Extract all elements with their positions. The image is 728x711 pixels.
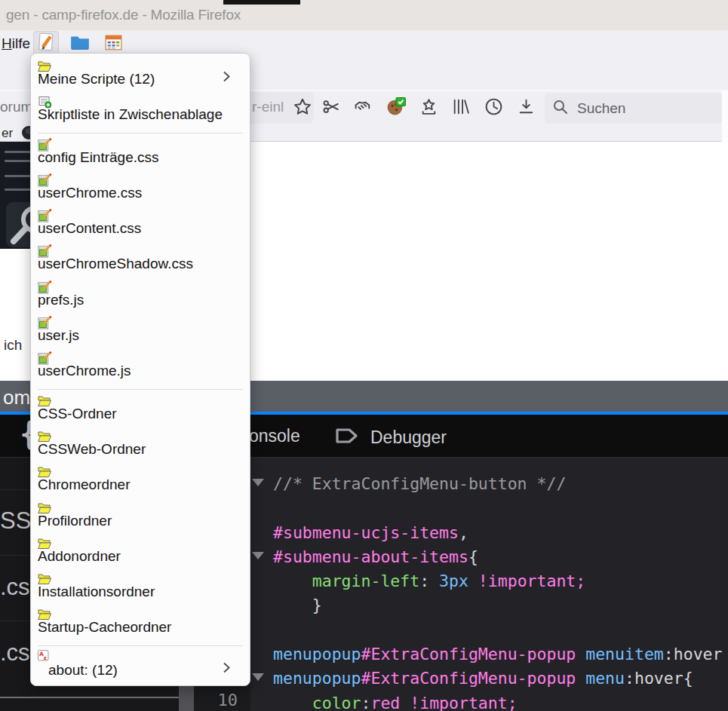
code-line: #submenu-about-items{ bbox=[250, 545, 728, 569]
menu-item-label: userChromeShadow.css bbox=[38, 256, 193, 272]
tab-console[interactable]: onsole bbox=[249, 426, 300, 446]
code-line: menupopup#ExtraConfigMenu-popup menu:hov… bbox=[250, 667, 728, 691]
help-label-rest: ilfe bbox=[12, 35, 30, 51]
menu-item-user-js[interactable]: user.js bbox=[31, 314, 250, 350]
code-line bbox=[250, 618, 728, 642]
svg-text:z: z bbox=[44, 654, 47, 661]
menu-item-label: Addonordner bbox=[38, 548, 121, 565]
code-fold-arrow-icon[interactable] bbox=[252, 479, 264, 486]
sort-az-icon: Az bbox=[37, 649, 51, 663]
menu-separator bbox=[31, 642, 250, 649]
menu-item-prefs-js[interactable]: prefs.js bbox=[31, 279, 250, 314]
menu-item-usercontent-css[interactable]: userContent.css bbox=[31, 207, 250, 243]
menu-item-label: user.js bbox=[38, 327, 79, 344]
sidebar-footer-divider bbox=[0, 697, 179, 698]
menu-item-meine-scripte-12[interactable]: Meine Scripte (12) bbox=[31, 58, 250, 93]
extension-icon-row bbox=[321, 97, 536, 117]
menu-item-installationsordner[interactable]: Installationsordner bbox=[31, 571, 250, 606]
menu-item-label: Profilordner bbox=[38, 513, 112, 529]
menu-separator bbox=[31, 130, 250, 136]
bookmark-item[interactable]: er bbox=[2, 126, 13, 141]
code-line: } bbox=[250, 593, 728, 618]
code-fold-arrow-icon[interactable] bbox=[252, 673, 264, 681]
menu-item-label: config Einträge.css bbox=[38, 149, 159, 166]
urlbar-text-fragment-right[interactable]: r-einl bbox=[252, 99, 284, 115]
extraconfig-menu-popup: Meine Scripte (12)Skriptliste in Zwische… bbox=[30, 53, 250, 686]
menu-item-label: prefs.js bbox=[38, 292, 84, 308]
menu-item-cssweb-ordner[interactable]: CSSWeb-Ordner bbox=[31, 428, 250, 464]
menu-item-label: Startup-Cacheordner bbox=[38, 619, 171, 636]
menu-item-label: Meine Scripte (12) bbox=[38, 71, 155, 87]
menu-item-label: Skriptliste in Zwischenablage bbox=[38, 106, 223, 123]
screenshot-scissors-icon[interactable] bbox=[321, 97, 342, 117]
history-clock-icon[interactable] bbox=[484, 97, 504, 117]
menu-item-config-eintr-ge-css[interactable]: config Einträge.css bbox=[31, 136, 250, 172]
cookie-check-icon[interactable] bbox=[386, 97, 407, 117]
config-menu-items: Meine Scripte (12)Skriptliste in Zwische… bbox=[31, 58, 250, 685]
code-line bbox=[250, 496, 728, 520]
menu-item-label: userChrome.css bbox=[38, 185, 142, 201]
menu-item-label: Installationsordner bbox=[38, 584, 155, 600]
menu-item-label: userContent.css bbox=[38, 220, 141, 237]
title-bar[interactable]: gen - camp-firefox.de - Mozilla Firefox bbox=[0, 0, 728, 30]
menu-item-addonordner[interactable]: Addonordner bbox=[31, 535, 250, 571]
code-line: color:red !important; bbox=[250, 691, 728, 711]
search-input[interactable] bbox=[576, 100, 707, 118]
code-line: //* ExtraConfigMenu-button *// bbox=[250, 472, 728, 496]
code-line: menupopup#ExtraConfigMenu-popup menuitem… bbox=[250, 642, 728, 667]
menu-item-userchrome-css[interactable]: userChrome.css bbox=[31, 172, 250, 207]
menu-item-label: CSSWeb-Ordner bbox=[38, 441, 146, 458]
code-line: #submenu-ucjs-items, bbox=[250, 521, 728, 545]
menu-item-skriptliste-in-zwischenablage[interactable]: Skriptliste in Zwischenablage bbox=[31, 93, 250, 129]
handshake-icon[interactable] bbox=[354, 97, 374, 117]
firefox-window: gen - camp-firefox.de - Mozilla Firefox … bbox=[0, 0, 728, 711]
menu-item-label: userChrome.js bbox=[38, 363, 131, 379]
save-star-icon[interactable] bbox=[419, 97, 439, 117]
submenu-chevron-icon bbox=[223, 660, 231, 675]
debugger-tag-icon bbox=[334, 424, 360, 450]
downloads-icon[interactable] bbox=[516, 97, 536, 117]
menu-item-label: CSS-Ordner bbox=[38, 406, 117, 422]
menu-item-profilordner[interactable]: Profilordner bbox=[31, 500, 250, 535]
top-edge-strip bbox=[223, 0, 300, 5]
menu-item-chromeordner[interactable]: Chromeordner bbox=[31, 464, 250, 499]
bookmark-star-icon[interactable] bbox=[292, 97, 313, 118]
menubar-item-hilfe[interactable]: Hilfe bbox=[2, 35, 30, 52]
page-text-fragment: ich bbox=[4, 337, 22, 354]
search-bar[interactable] bbox=[545, 93, 723, 124]
search-icon bbox=[552, 99, 569, 118]
css-code-editor[interactable]: //* ExtraConfigMenu-button *//#submenu-u… bbox=[250, 458, 728, 711]
orange-table-icon bbox=[103, 32, 124, 56]
window-title: gen - camp-firefox.de - Mozilla Firefox bbox=[6, 7, 241, 23]
menu-item-label: about: (12) bbox=[48, 662, 118, 679]
menu-separator bbox=[31, 386, 250, 393]
library-icon[interactable] bbox=[451, 97, 472, 117]
submenu-chevron-icon bbox=[223, 69, 231, 84]
code-line: margin-left: 3px !important; bbox=[250, 569, 728, 593]
code-fold-arrow-icon[interactable] bbox=[252, 552, 264, 559]
debugger-label: Debugger bbox=[370, 428, 447, 448]
tab-debugger[interactable]: Debugger bbox=[334, 424, 447, 450]
menu-item-css-ordner[interactable]: CSS-Ordner bbox=[31, 393, 250, 428]
menu-item-about-12[interactable]: Azabout: (12) bbox=[31, 649, 250, 685]
menu-item-userchromeshadow-css[interactable]: userChromeShadow.css bbox=[31, 243, 250, 278]
menu-item-label: Chromeordner bbox=[38, 477, 131, 493]
menu-item-userchrome-js[interactable]: userChrome.js bbox=[31, 350, 250, 385]
menu-item-startup-cacheordner[interactable]: Startup-Cacheordner bbox=[31, 606, 250, 642]
line-number: 10 bbox=[194, 691, 238, 709]
stylesheet-list-item[interactable]: SS bbox=[0, 507, 31, 535]
